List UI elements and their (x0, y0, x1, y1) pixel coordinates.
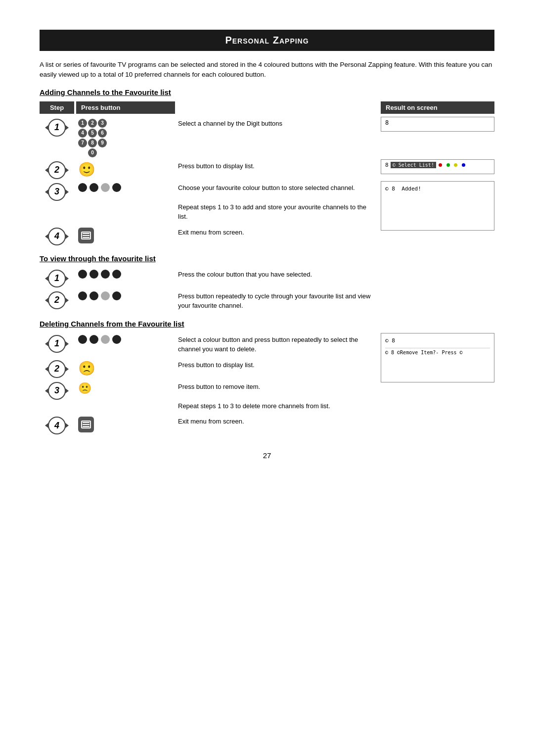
digit-0: 0 (88, 148, 97, 157)
del-dots-1-btn (74, 333, 173, 356)
section2-heading: To view through the favourite list (40, 254, 494, 263)
dot-v1-2 (89, 270, 98, 279)
dot-v2-2 (89, 291, 98, 300)
result-v1 (381, 268, 494, 287)
step-d1: 1 (40, 333, 74, 356)
result-added-line: © 8 Added! (385, 186, 490, 192)
view-dots-1-btn (74, 268, 173, 287)
section-view: To view through the favourite list 1 Pre… (40, 254, 494, 313)
view-dots-1 (78, 270, 121, 279)
step-v1: 1 (40, 268, 74, 287)
row-view-2: 2 Press button repeatedly to cycle throu… (40, 289, 494, 313)
step-4: 4 (40, 226, 74, 245)
step-d4: 4 (40, 415, 74, 434)
result-2: 8 © Select List! (381, 159, 494, 179)
desc-2: Press button to display list. (173, 159, 381, 179)
del-rows-left: 1 Select a colour button and press butto… (40, 333, 381, 437)
desc-v1: Press the colour button that you have se… (173, 268, 381, 287)
row-del-4-inner: 4 Exit menu from scree (40, 415, 381, 434)
row-del-1: 1 Select a colour button and press butto… (40, 333, 494, 437)
result-panel-del: © 8 © 8 ©Remove Item?- Press © (381, 333, 494, 382)
dot-v2-3 (101, 291, 110, 300)
digit-9: 9 (98, 139, 107, 147)
dot-d1-1 (78, 335, 87, 344)
table-header: Step Press button Result on screen (40, 101, 494, 114)
result-divider (385, 348, 490, 348)
result-del-channel: © 8 (385, 337, 490, 344)
digit-7: 7 (78, 139, 87, 147)
sad-icon-2: 🙁 (78, 382, 91, 395)
dot-d1-4 (112, 335, 121, 344)
sad-btn-1: 🙁 (74, 358, 173, 378)
header-button: Press button (76, 101, 175, 114)
menu-icon-2 (78, 417, 94, 432)
dot-v2-1 (78, 291, 87, 300)
dot-d1-3 (101, 335, 110, 344)
section-delete: Deleting Channels from the Favourite lis… (40, 320, 494, 437)
result-3-4: © 8 Added! (381, 181, 494, 247)
del-dots-1 (78, 335, 121, 344)
digit-1: 1 (78, 119, 87, 128)
result-panel-tall-1: © 8 Added! (381, 181, 494, 231)
digit-5: 5 (88, 129, 97, 138)
row-del-3-inner: 3 🙁 Press button to remove item. Repeat … (40, 380, 381, 413)
dot-d1-2 (89, 335, 98, 344)
row-del-2-inner: 2 🙁 Press button to display list. (40, 358, 381, 378)
step-d2: 2 (40, 358, 74, 378)
menu-btn-2 (74, 415, 173, 434)
sad-icon-1: 🙁 (78, 360, 95, 377)
result-panel-1: 8 (381, 117, 494, 132)
result-select-list: 8 © Select List! (385, 162, 490, 168)
dot-black-1 (78, 183, 87, 192)
row-view-1: 1 Press the colour button that you have … (40, 268, 494, 287)
header-step: Step (40, 101, 74, 114)
desc-d3: Press button to remove item. Repeat step… (173, 380, 381, 413)
header-result: Result on screen (381, 101, 494, 114)
smiley-btn: 🙂 (74, 159, 173, 179)
row-add-2: 2 🙂 Press button to display list. 8 © Se… (40, 159, 494, 179)
result-1: 8 (381, 117, 494, 157)
dot-v1-1 (78, 270, 87, 279)
menu-btn-1 (74, 226, 173, 245)
step-2: 2 (40, 159, 74, 179)
view-dots-2-btn (74, 289, 173, 313)
row-del-1-inner: 1 Select a colour button and press butto… (40, 333, 381, 356)
result-remove-item: © 8 ©Remove Item?- Press © (385, 350, 490, 355)
menu-icon-1 (78, 228, 94, 243)
digit-8: 8 (88, 139, 97, 147)
desc-d2: Press button to display list. (173, 358, 381, 378)
dot-gray-1 (101, 183, 110, 192)
page-title: Personal Zapping (40, 30, 494, 51)
digit-6: 6 (98, 129, 107, 138)
digit-grid-btn: 1 2 3 4 5 6 7 8 9 0 (74, 117, 173, 157)
step-3: 3 (40, 181, 74, 224)
section-adding: Adding Channels to the Favourite list St… (40, 88, 494, 247)
digit-3: 3 (98, 119, 107, 128)
step-1: 1 (40, 117, 74, 157)
view-dots-2 (78, 291, 121, 300)
intro-text: A list or series of favourite TV program… (40, 60, 494, 80)
row-add-1: 1 1 2 3 4 5 6 7 8 9 0 (40, 117, 494, 157)
desc-v2: Press button repeatedly to cycle through… (173, 289, 381, 313)
section1-heading: Adding Channels to the Favourite list (40, 88, 494, 96)
step-v2: 2 (40, 289, 74, 313)
desc-d4: Exit menu from screen. (173, 415, 381, 434)
result-panel-2: 8 © Select List! (381, 159, 494, 174)
desc-d1: Select a colour button and press button … (173, 333, 381, 356)
color-dots-btn (74, 181, 173, 224)
color-dots-3 (78, 183, 121, 192)
row-add-4-inner: 4 Exit menu from scree (40, 226, 381, 245)
section3-heading: Deleting Channels from the Favourite lis… (40, 320, 494, 328)
rows-3-4-left: 3 Choose your favourite colour (40, 181, 381, 247)
digit-buttons: 1 2 3 4 5 6 7 8 9 0 (78, 119, 107, 157)
dot-black-2 (89, 183, 98, 192)
digit-4: 4 (78, 129, 87, 138)
sad-btn-2: 🙁 (74, 380, 173, 413)
page: Personal Zapping A list or series of fav… (40, 30, 494, 460)
desc-1: Select a channel by the Digit buttons (173, 117, 381, 157)
step-d3: 3 (40, 380, 74, 413)
result-v2 (381, 289, 494, 313)
dot-v1-3 (101, 270, 110, 279)
desc-3: Choose your favourite colour button to s… (173, 181, 381, 224)
page-number: 27 (40, 451, 494, 460)
